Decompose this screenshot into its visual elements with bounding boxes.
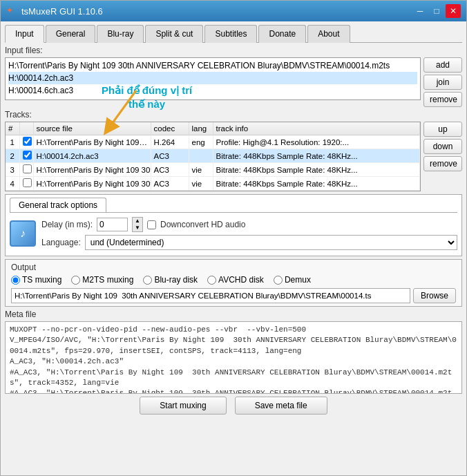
options-content-row: ♪ Delay (in ms): ▲ ▼ Downconvert HD audi… [10,217,457,250]
track-row-1[interactable]: 1 H:\Torrent\Paris By Night 109 30th... … [6,135,420,149]
app-icon: ✦ [6,6,17,17]
window-controls: ─ □ ✕ [412,4,461,18]
track-down-button[interactable]: down [423,139,462,154]
content-area: Input General Blu-ray Split & cut Subtit… [1,21,466,475]
start-muxing-button[interactable]: Start muxing [140,397,226,415]
language-select[interactable]: und (Undetermined) [85,235,457,250]
col-lang: lang [189,122,213,135]
track-1-lang: eng [189,135,213,149]
col-check [19,122,33,135]
track-3-checkbox[interactable] [23,164,32,173]
delay-label: Delay (in ms): [41,220,93,229]
ts-muxing-radio[interactable] [11,276,20,285]
col-codec: codec [151,122,189,135]
delay-down-btn[interactable]: ▼ [133,225,142,231]
track-2-checkbox[interactable] [23,151,32,160]
track-1-check-cell[interactable] [19,135,33,149]
track-4-check-cell[interactable] [19,177,33,191]
track-2-source: H:\00014.2ch.ac3 [33,149,151,163]
language-row: Language: und (Undetermined) [41,235,457,250]
tab-donate[interactable]: Donate [258,25,306,43]
track-row-4[interactable]: 4 H:\Torrent\Paris By Night 109 30th... … [6,177,420,191]
language-label: Language: [41,238,81,247]
maximize-button[interactable]: □ [429,4,444,18]
delay-row: Delay (in ms): ▲ ▼ Downconvert HD audio [41,217,457,232]
track-4-num: 4 [6,177,19,191]
input-files-row: H:\Torrent\Paris By Night 109 30th ANNIV… [5,57,462,107]
bluray-disk-radio[interactable] [143,276,152,285]
tab-about[interactable]: About [307,25,350,43]
minimize-button[interactable]: ─ [412,4,428,18]
output-path-row: Browse [11,288,456,303]
tab-bar: Input General Blu-ray Split & cut Subtit… [5,24,462,43]
general-track-options: General track options ♪ Delay (in ms): ▲… [5,194,462,256]
track-4-checkbox[interactable] [23,178,32,187]
track-3-check-cell[interactable] [19,163,33,177]
track-1-checkbox[interactable] [23,137,32,146]
track-audio-icon: ♪ [10,220,36,247]
track-row-3[interactable]: 3 H:\Torrent\Paris By Night 109 30th... … [6,163,420,177]
track-row-2[interactable]: 2 H:\00014.2ch.ac3 AC3 Bitrate: 448Kbps … [6,149,420,163]
tracks-header: # source file codec lang track info [6,122,420,135]
track-3-codec: AC3 [151,163,189,177]
output-path-input[interactable] [11,288,410,303]
delay-input[interactable] [97,218,128,231]
track-2-num: 2 [6,149,19,163]
m2ts-muxing-radio[interactable] [71,276,80,285]
downconvert-label: Downconvert HD audio [160,220,245,229]
track-4-source: H:\Torrent\Paris By Night 109 30th... [33,177,151,191]
col-num: # [6,122,19,135]
window-title: tsMuxeR GUI 1.10.6 [21,6,103,17]
output-radio-row: TS muxing M2TS muxing Blu-ray disk AVCHD… [11,275,456,285]
input-file-3[interactable]: H:\00014.6ch.ac3 [8,84,417,97]
tab-general[interactable]: General [46,25,96,43]
tab-split-cut[interactable]: Split & cut [145,25,203,43]
input-files-area[interactable]: H:\Torrent\Paris By Night 109 30th ANNIV… [5,57,421,100]
col-info: track info [213,122,420,135]
delay-up-btn[interactable]: ▲ [133,218,142,225]
track-1-info: Profile: High@4.1 Resolution: 1920:... [213,135,420,149]
options-tab-general[interactable]: General track options [10,198,106,212]
close-button[interactable]: ✕ [446,4,461,18]
add-button[interactable]: add [423,57,462,73]
col-source: source file [33,122,151,135]
input-remove-button[interactable]: remove [423,92,462,107]
tracks-table-wrapper: # source file codec lang track info 1 [5,122,421,191]
bottom-buttons: Start muxing Save meta file [5,394,462,417]
tab-input[interactable]: Input [5,25,44,43]
title-bar: ✦ tsMuxeR GUI 1.10.6 ─ □ ✕ [1,1,466,21]
options-tab-bar: General track options [10,198,457,213]
tab-bluray[interactable]: Blu-ray [97,25,144,43]
track-1-num: 1 [6,135,19,149]
track-2-lang [189,149,213,163]
track-2-codec: AC3 [151,149,189,163]
demux-option[interactable]: Demux [274,275,311,285]
output-title: Output [11,263,456,272]
avchd-disk-radio[interactable] [207,276,216,285]
track-up-button[interactable]: up [423,122,462,137]
input-file-1[interactable]: H:\Torrent\Paris By Night 109 30th ANNIV… [8,59,417,72]
main-window: ✦ tsMuxeR GUI 1.10.6 ─ □ ✕ Input General… [0,0,467,476]
save-meta-button[interactable]: Save meta file [235,397,327,415]
m2ts-muxing-option[interactable]: M2TS muxing [71,275,133,285]
ts-muxing-option[interactable]: TS muxing [11,275,61,285]
join-button[interactable]: join [423,75,462,90]
meta-file-label: Meta file [5,310,462,319]
avchd-disk-option[interactable]: AVCHD disk [207,275,264,285]
options-fields: Delay (in ms): ▲ ▼ Downconvert HD audio … [41,217,457,250]
track-1-source: H:\Torrent\Paris By Night 109 30th... [33,135,151,149]
tab-subtitles[interactable]: Subtitles [204,25,257,43]
downconvert-checkbox[interactable] [147,220,156,229]
track-remove-button[interactable]: remove [423,156,462,171]
track-4-lang: vie [189,177,213,191]
browse-button[interactable]: Browse [413,288,456,303]
input-buttons: add join remove [423,57,462,107]
output-section: Output TS muxing M2TS muxing Blu-ray dis… [5,259,462,307]
demux-radio[interactable] [274,276,283,285]
track-3-source: H:\Torrent\Paris By Night 109 30th... [33,163,151,177]
meta-file-content[interactable]: MUXOPT --no-pcr-on-video-pid --new-audio… [5,321,462,394]
delay-spinner: ▲ ▼ [132,217,143,232]
input-file-2[interactable]: H:\00014.2ch.ac3 [8,72,417,84]
bluray-disk-option[interactable]: Blu-ray disk [143,275,198,285]
track-2-check-cell[interactable] [19,149,33,163]
